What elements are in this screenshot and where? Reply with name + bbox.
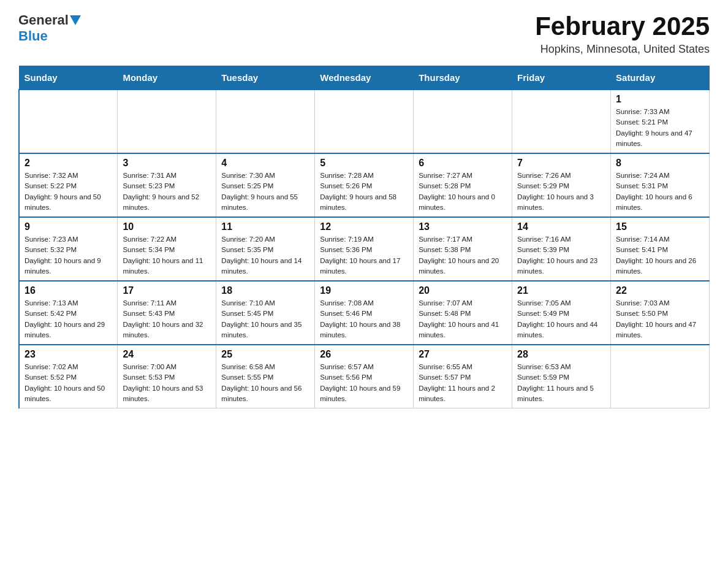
day-info: Sunrise: 6:57 AM Sunset: 5:56 PM Dayligh… [320, 362, 408, 404]
day-number: 16 [25, 285, 112, 296]
calendar-day-cell: 10Sunrise: 7:22 AM Sunset: 5:34 PM Dayli… [118, 217, 216, 281]
day-number: 28 [517, 349, 605, 360]
day-number: 17 [123, 285, 211, 296]
day-info: Sunrise: 7:13 AM Sunset: 5:42 PM Dayligh… [25, 298, 112, 340]
calendar-day-cell: 13Sunrise: 7:17 AM Sunset: 5:38 PM Dayli… [414, 217, 512, 281]
day-number: 9 [25, 221, 112, 232]
calendar-day-cell [315, 90, 414, 153]
calendar-day-cell: 15Sunrise: 7:14 AM Sunset: 5:41 PM Dayli… [611, 217, 710, 281]
calendar-day-cell: 22Sunrise: 7:03 AM Sunset: 5:50 PM Dayli… [611, 281, 710, 345]
calendar-day-cell [512, 90, 611, 153]
calendar-day-cell: 21Sunrise: 7:05 AM Sunset: 5:49 PM Dayli… [512, 281, 611, 345]
day-number: 22 [616, 285, 704, 296]
calendar-day-cell: 7Sunrise: 7:26 AM Sunset: 5:29 PM Daylig… [512, 153, 611, 217]
day-number: 21 [517, 285, 605, 296]
calendar-day-cell: 4Sunrise: 7:30 AM Sunset: 5:25 PM Daylig… [216, 153, 315, 217]
day-number: 11 [221, 221, 309, 232]
day-info: Sunrise: 7:33 AM Sunset: 5:21 PM Dayligh… [616, 107, 704, 149]
day-number: 15 [616, 221, 704, 232]
day-number: 7 [517, 158, 605, 169]
day-of-week-header: Saturday [611, 66, 710, 90]
day-info: Sunrise: 7:05 AM Sunset: 5:49 PM Dayligh… [517, 298, 605, 340]
day-number: 18 [221, 285, 309, 296]
calendar-header: SundayMondayTuesdayWednesdayThursdayFrid… [19, 66, 710, 90]
calendar-day-cell: 25Sunrise: 6:58 AM Sunset: 5:55 PM Dayli… [216, 345, 315, 408]
day-info: Sunrise: 7:32 AM Sunset: 5:22 PM Dayligh… [25, 170, 112, 213]
day-number: 13 [419, 221, 507, 232]
day-number: 2 [25, 158, 112, 169]
logo-blue-text: Blue [18, 28, 48, 44]
day-info: Sunrise: 7:10 AM Sunset: 5:45 PM Dayligh… [221, 298, 309, 340]
calendar-day-cell: 17Sunrise: 7:11 AM Sunset: 5:43 PM Dayli… [118, 281, 216, 345]
calendar-day-cell: 28Sunrise: 6:53 AM Sunset: 5:59 PM Dayli… [512, 345, 611, 408]
calendar-week-row: 16Sunrise: 7:13 AM Sunset: 5:42 PM Dayli… [19, 281, 710, 345]
day-info: Sunrise: 7:24 AM Sunset: 5:31 PM Dayligh… [616, 170, 704, 213]
calendar-day-cell: 24Sunrise: 7:00 AM Sunset: 5:53 PM Dayli… [118, 345, 216, 408]
calendar-day-cell: 18Sunrise: 7:10 AM Sunset: 5:45 PM Dayli… [216, 281, 315, 345]
day-info: Sunrise: 7:11 AM Sunset: 5:43 PM Dayligh… [123, 298, 211, 340]
calendar-day-cell [19, 90, 118, 153]
logo: General Blue [18, 12, 81, 44]
day-number: 19 [320, 285, 408, 296]
calendar-day-cell: 1Sunrise: 7:33 AM Sunset: 5:21 PM Daylig… [611, 90, 710, 153]
day-number: 25 [221, 349, 309, 360]
calendar-day-cell: 20Sunrise: 7:07 AM Sunset: 5:48 PM Dayli… [414, 281, 512, 345]
day-number: 4 [221, 158, 309, 169]
calendar-day-cell: 8Sunrise: 7:24 AM Sunset: 5:31 PM Daylig… [611, 153, 710, 217]
calendar-day-cell: 6Sunrise: 7:27 AM Sunset: 5:28 PM Daylig… [414, 153, 512, 217]
day-number: 27 [419, 349, 507, 360]
day-of-week-header: Sunday [19, 66, 118, 90]
calendar-day-cell: 12Sunrise: 7:19 AM Sunset: 5:36 PM Dayli… [315, 217, 414, 281]
day-info: Sunrise: 7:26 AM Sunset: 5:29 PM Dayligh… [517, 170, 605, 213]
day-info: Sunrise: 7:03 AM Sunset: 5:50 PM Dayligh… [616, 298, 704, 340]
day-number: 3 [123, 158, 211, 169]
calendar-week-row: 2Sunrise: 7:32 AM Sunset: 5:22 PM Daylig… [19, 153, 710, 217]
day-info: Sunrise: 7:28 AM Sunset: 5:26 PM Dayligh… [320, 170, 408, 213]
calendar-day-cell [118, 90, 216, 153]
calendar-day-cell [216, 90, 315, 153]
calendar-day-cell: 16Sunrise: 7:13 AM Sunset: 5:42 PM Dayli… [19, 281, 118, 345]
calendar-day-cell: 11Sunrise: 7:20 AM Sunset: 5:35 PM Dayli… [216, 217, 315, 281]
calendar-day-cell: 14Sunrise: 7:16 AM Sunset: 5:39 PM Dayli… [512, 217, 611, 281]
day-info: Sunrise: 7:22 AM Sunset: 5:34 PM Dayligh… [123, 234, 211, 277]
day-info: Sunrise: 7:30 AM Sunset: 5:25 PM Dayligh… [221, 170, 309, 213]
calendar-day-cell: 2Sunrise: 7:32 AM Sunset: 5:22 PM Daylig… [19, 153, 118, 217]
day-number: 6 [419, 158, 507, 169]
day-of-week-header: Thursday [414, 66, 512, 90]
calendar-day-cell [611, 345, 710, 408]
calendar-day-cell: 5Sunrise: 7:28 AM Sunset: 5:26 PM Daylig… [315, 153, 414, 217]
day-info: Sunrise: 7:27 AM Sunset: 5:28 PM Dayligh… [419, 170, 507, 213]
month-title: February 2025 [535, 12, 710, 40]
day-info: Sunrise: 7:19 AM Sunset: 5:36 PM Dayligh… [320, 234, 408, 277]
calendar-day-cell: 9Sunrise: 7:23 AM Sunset: 5:32 PM Daylig… [19, 217, 118, 281]
day-info: Sunrise: 7:31 AM Sunset: 5:23 PM Dayligh… [123, 170, 211, 213]
day-info: Sunrise: 7:17 AM Sunset: 5:38 PM Dayligh… [419, 234, 507, 277]
calendar-day-cell: 23Sunrise: 7:02 AM Sunset: 5:52 PM Dayli… [19, 345, 118, 408]
day-info: Sunrise: 6:55 AM Sunset: 5:57 PM Dayligh… [419, 362, 507, 404]
calendar-table: SundayMondayTuesdayWednesdayThursdayFrid… [18, 66, 710, 408]
calendar-week-row: 9Sunrise: 7:23 AM Sunset: 5:32 PM Daylig… [19, 217, 710, 281]
day-number: 10 [123, 221, 211, 232]
calendar-day-cell: 27Sunrise: 6:55 AM Sunset: 5:57 PM Dayli… [414, 345, 512, 408]
day-info: Sunrise: 7:07 AM Sunset: 5:48 PM Dayligh… [419, 298, 507, 340]
logo-arrow-icon [70, 15, 81, 26]
page-header: General Blue February 2025 Hopkins, Minn… [18, 12, 710, 56]
day-info: Sunrise: 6:58 AM Sunset: 5:55 PM Dayligh… [221, 362, 309, 404]
day-info: Sunrise: 7:14 AM Sunset: 5:41 PM Dayligh… [616, 234, 704, 277]
day-number: 12 [320, 221, 408, 232]
day-info: Sunrise: 7:23 AM Sunset: 5:32 PM Dayligh… [25, 234, 112, 277]
day-of-week-header: Monday [118, 66, 216, 90]
day-number: 5 [320, 158, 408, 169]
day-info: Sunrise: 7:08 AM Sunset: 5:46 PM Dayligh… [320, 298, 408, 340]
day-number: 26 [320, 349, 408, 360]
svg-marker-0 [70, 15, 81, 25]
day-info: Sunrise: 7:00 AM Sunset: 5:53 PM Dayligh… [123, 362, 211, 404]
logo-general-text: General [18, 12, 69, 28]
day-info: Sunrise: 7:02 AM Sunset: 5:52 PM Dayligh… [25, 362, 112, 404]
calendar-day-cell [414, 90, 512, 153]
location-subtitle: Hopkins, Minnesota, United States [535, 43, 710, 56]
calendar-week-row: 23Sunrise: 7:02 AM Sunset: 5:52 PM Dayli… [19, 345, 710, 408]
day-info: Sunrise: 7:20 AM Sunset: 5:35 PM Dayligh… [221, 234, 309, 277]
day-info: Sunrise: 7:16 AM Sunset: 5:39 PM Dayligh… [517, 234, 605, 277]
day-number: 24 [123, 349, 211, 360]
